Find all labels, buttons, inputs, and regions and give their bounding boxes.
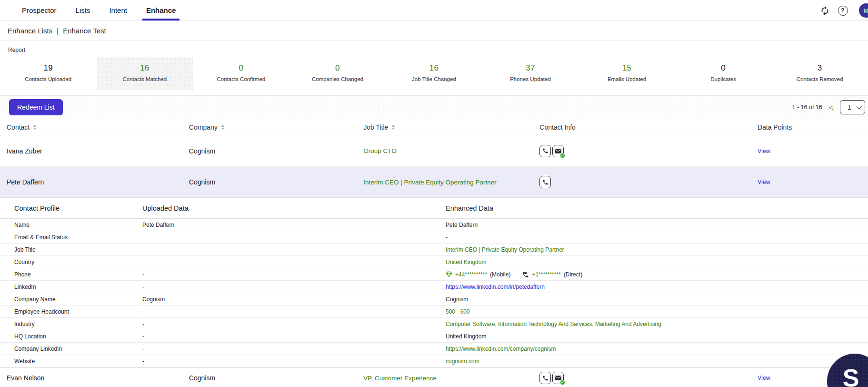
company-name: Cognism: [182, 147, 357, 155]
detail-header-uploaded: Uploaded Data: [142, 204, 446, 212]
stat-contacts-confirmed: 0 Contacts Confirmed: [193, 57, 289, 90]
table-row[interactable]: Ivana Zuber Cognism Group CTO View: [0, 135, 868, 167]
chat-widget-glyph: S: [843, 364, 859, 387]
tab-enhance[interactable]: Enhance: [137, 0, 186, 20]
column-contact[interactable]: Contact: [0, 123, 182, 131]
company-name: Cognism: [182, 178, 357, 186]
table-row-selected[interactable]: Pete Daffern Cognism Interim CEO | Priva…: [0, 167, 868, 197]
view-link[interactable]: View: [758, 179, 770, 185]
stat-phones-updated: 37 Phones Updated: [482, 57, 579, 90]
page-select[interactable]: 1: [840, 100, 865, 114]
contact-name: Pete Daffern: [0, 178, 182, 186]
detail-row-company-linkedin: Company LinkedIn - https://www.linkedin.…: [0, 343, 868, 355]
view-link[interactable]: View: [758, 148, 770, 154]
breadcrumb-enhance-lists[interactable]: Enhance Lists: [8, 27, 52, 35]
previous-page-icon[interactable]: ◁: [829, 104, 833, 110]
detail-row-website: Website - cognism.com: [0, 355, 868, 367]
mobile-number: +44**********: [455, 271, 487, 278]
phone-icon[interactable]: [539, 145, 551, 157]
direct-number: +1**********: [532, 271, 560, 278]
report-title: Report: [0, 41, 868, 53]
redeem-list-button[interactable]: Redeem List: [9, 99, 63, 115]
report-stats: 19 Contacts Uploaded 16 Contacts Matched…: [0, 57, 868, 90]
stat-contacts-removed: 3 Contacts Removed: [771, 57, 868, 90]
refresh-icon[interactable]: [819, 5, 830, 16]
detail-row-hq-location: HQ Location - United Kingdom: [0, 330, 868, 343]
detail-row-country: Country United Kingdom: [0, 256, 868, 268]
contact-info-cell: [533, 145, 751, 157]
pagination-range: 1 - 16 of 16: [792, 104, 822, 111]
contact-name: Ivana Zuber: [0, 147, 182, 155]
view-link[interactable]: View: [758, 375, 770, 381]
stat-duplicates: 0 Duplicates: [675, 57, 772, 90]
stat-contacts-uploaded: 19 Contacts Uploaded: [0, 57, 97, 90]
data-points-cell: View: [751, 179, 868, 185]
detail-row-company-name: Company Name Cognism Cognism: [0, 293, 868, 306]
toolbar: Redeem List 1 - 16 of 16 ◁ 1: [0, 96, 868, 119]
sort-icon[interactable]: [221, 125, 224, 130]
linkedin-link[interactable]: https://www.linkedin.com/in/petedaffern: [446, 284, 868, 290]
top-nav: Prospector Lists Intent Enhance ? M: [0, 0, 868, 21]
company-linkedin-link[interactable]: https://www.linkedin.com/company/cognism: [446, 346, 868, 352]
job-title: VP, Customer Experience: [357, 375, 533, 382]
detail-row-employee-headcount: Employee Headcount - 500 - 600: [0, 306, 868, 318]
tab-prospector[interactable]: Prospector: [12, 0, 66, 20]
phone-callback-icon: [522, 271, 529, 278]
detail-row-name: Name Pete Daffern Pete Daffern: [0, 219, 868, 231]
nav-tabs: Prospector Lists Intent Enhance: [0, 0, 185, 20]
check-badge-icon: [560, 153, 565, 158]
company-name: Cognism: [182, 374, 357, 382]
mobile-label: (Mobile): [490, 271, 510, 278]
job-title: Interim CEO | Private Equity Operating P…: [357, 179, 533, 186]
column-job-title[interactable]: Job Title: [357, 123, 533, 131]
email-verified-icon[interactable]: [552, 372, 564, 384]
job-title: Group CTO: [357, 147, 533, 154]
contact-info-cell: [533, 372, 751, 384]
report-section: Report 19 Contacts Uploaded 16 Contacts …: [0, 41, 868, 96]
detail-row-job-title: Job Title Interim CEO | Private Equity O…: [0, 244, 868, 256]
column-company[interactable]: Company: [182, 123, 357, 131]
breadcrumb-separator: |: [57, 27, 59, 35]
sort-icon[interactable]: [33, 125, 36, 130]
tab-intent[interactable]: Intent: [100, 0, 137, 20]
contact-info-cell: [533, 176, 751, 188]
website-link[interactable]: cognism.com: [446, 358, 868, 365]
data-points-cell: View: [751, 148, 868, 154]
chevron-down-icon: [857, 104, 862, 109]
detail-row-industry: Industry - Computer Software, Informatio…: [0, 318, 868, 330]
detail-row-email-status: Email & Email Status -: [0, 231, 868, 244]
phone-icon[interactable]: [539, 372, 551, 384]
stat-emails-updated: 15 Emails Updated: [579, 57, 675, 90]
gem-icon: [446, 271, 452, 277]
help-icon[interactable]: ?: [838, 5, 848, 16]
breadcrumb-current: Enhance Test: [63, 27, 106, 35]
table-row[interactable]: Evan Nelson Cognism VP, Customer Experie…: [0, 367, 868, 387]
email-verified-icon[interactable]: [552, 145, 564, 157]
column-data-points: Data Points: [751, 123, 868, 131]
breadcrumb: Enhance Lists | Enhance Test: [0, 21, 868, 41]
column-contact-info: Contact Info: [533, 123, 751, 131]
direct-label: (Direct): [564, 271, 582, 278]
contact-name: Evan Nelson: [0, 374, 182, 382]
phone-icon[interactable]: [539, 176, 551, 188]
stat-contacts-matched[interactable]: 16 Contacts Matched: [97, 57, 193, 90]
stat-companies-changed: 0 Companies Changed: [289, 57, 386, 90]
contact-detail-panel: Contact Profile Uploaded Data Enhanced D…: [0, 197, 868, 367]
detail-header: Contact Profile Uploaded Data Enhanced D…: [0, 198, 868, 219]
pagination: 1 - 16 of 16 ◁ 1: [792, 100, 865, 114]
detail-header-enhanced: Enhanced Data: [446, 204, 868, 212]
check-badge-icon: [560, 380, 565, 385]
detail-row-linkedin: LinkedIn - https://www.linkedin.com/in/p…: [0, 281, 868, 293]
tab-lists[interactable]: Lists: [66, 0, 100, 20]
stat-job-title-changed: 16 Job Title Changed: [386, 57, 482, 90]
detail-row-phone: Phone - +44********** (Mobile) +1*******…: [0, 268, 868, 281]
sort-icon[interactable]: [392, 125, 395, 130]
detail-header-profile: Contact Profile: [0, 204, 142, 212]
table-header: Contact Company Job Title Contact Info D…: [0, 119, 868, 135]
